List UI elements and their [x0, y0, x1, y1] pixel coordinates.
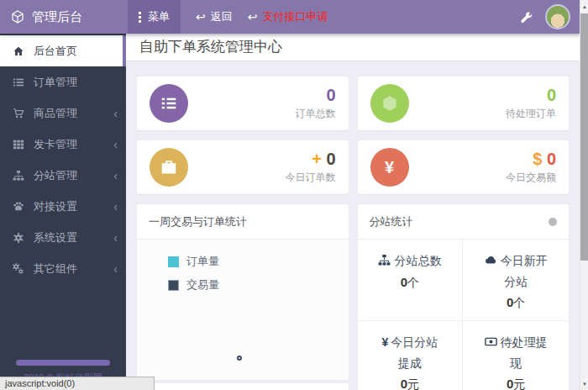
- chart-area: 订单量 交易量: [137, 240, 349, 380]
- stat-card-today-orders: + 0 今日订单数: [137, 140, 349, 194]
- chevron-left-icon: [113, 139, 118, 150]
- substation-cell-unit: 个: [407, 276, 419, 289]
- stat-label: 今日订单数: [286, 171, 336, 185]
- stat-card-pending-orders: 0 待处理订单: [358, 76, 570, 130]
- wrench-icon[interactable]: [520, 11, 533, 24]
- list-ol-icon: [150, 84, 188, 123]
- stat-value: 0: [506, 86, 556, 104]
- page-header: 自助下单系统管理中心: [126, 34, 580, 61]
- reply-arrow-icon: ↩: [196, 11, 206, 23]
- substation-grid: 分站总数 0个 今日新开分站 0个 今日分站提成 0元 待处理提现 0元: [358, 240, 570, 390]
- page-title: 自助下单系统管理中心: [139, 39, 566, 55]
- money-bill-icon: [485, 335, 497, 348]
- chevron-left-icon: [113, 263, 118, 275]
- stat-card-today-volume: $ 0 今日交易额: [358, 140, 570, 194]
- browser-scrollbar[interactable]: ▲ ▼: [580, 0, 588, 390]
- sidebar-item-components[interactable]: 其它组件: [0, 253, 126, 284]
- sitemap-icon: [378, 254, 391, 266]
- sitemap-icon: [13, 170, 24, 182]
- yen-icon: [381, 335, 388, 349]
- hexagon-icon: [370, 84, 409, 123]
- sidebar-item-label: 商品管理: [34, 106, 77, 121]
- home-icon: [13, 45, 24, 57]
- legend-label: 订单量: [186, 254, 219, 269]
- sidebar-item-label: 对接设置: [34, 199, 77, 214]
- chevron-left-icon: [113, 232, 118, 244]
- substation-panel: 分站统计 分站总数 0个 今日新开分站 0个 今日分站提成 0元: [358, 204, 570, 390]
- payment-api-link[interactable]: ↩ 支付接口申请: [248, 9, 328, 24]
- content-grid: 0 订单总数 0 待处理订单 + 0 今日订单数: [126, 61, 580, 390]
- sidebar-item-home[interactable]: 后台首页: [0, 35, 126, 66]
- substation-cell-value: 0: [401, 275, 407, 289]
- chevron-left-icon: [113, 170, 118, 182]
- substation-cell-new-today: 今日新开分站 0个: [463, 240, 569, 321]
- sidebar-item-cards[interactable]: 发卡管理: [0, 129, 126, 160]
- substation-cell-label: 分站总数: [394, 254, 441, 267]
- payment-api-label: 支付接口申请: [262, 9, 328, 24]
- stat-value: 0: [296, 86, 336, 104]
- substation-cell-label: 今日新开分站: [501, 254, 548, 288]
- topbar-right: [520, 4, 580, 29]
- substation-cell-commission: 今日分站提成 0元: [358, 321, 464, 390]
- legend-item-volume[interactable]: 交易量: [168, 277, 349, 292]
- substation-cell-withdrawals: 待处理提现 0元: [463, 321, 569, 390]
- stat-card-total-orders: 0 订单总数: [137, 76, 349, 130]
- stat-value: 0: [547, 150, 556, 168]
- sidebar-item-settings[interactable]: 系统设置: [0, 222, 126, 253]
- stat-label: 待处理订单: [506, 107, 556, 121]
- scrollbar-thumb[interactable]: [580, 13, 588, 261]
- back-link[interactable]: ↩ 返回: [196, 9, 233, 24]
- user-avatar[interactable]: [545, 4, 570, 29]
- chart-panel-title: 一周交易与订单统计: [149, 214, 247, 229]
- app-brand[interactable]: 管理后台: [0, 9, 126, 25]
- weekly-chart-panel: 一周交易与订单统计 订单量 交易量: [137, 204, 349, 377]
- legend-swatch-cyan: [168, 256, 179, 267]
- sidebar-item-label: 其它组件: [34, 261, 77, 277]
- sidebar: 后台首页 订单管理 商品管理 发卡管理 分站管理 对接设置 系统设置: [0, 34, 126, 390]
- sidebar-item-products[interactable]: 商品管理: [0, 98, 126, 129]
- scroll-down-arrow-icon[interactable]: ▼: [580, 377, 588, 390]
- stat-value-prefix: $: [533, 150, 542, 168]
- legend-item-orders[interactable]: 订单量: [168, 254, 349, 269]
- sidebar-item-label: 系统设置: [34, 230, 77, 245]
- sidebar-item-label: 分站管理: [34, 168, 77, 183]
- sidebar-item-label: 订单管理: [34, 75, 77, 90]
- substation-cell-unit: 个: [513, 296, 525, 309]
- substation-cell-label: 今日分站提成: [391, 335, 438, 370]
- substation-cell-unit: 元: [407, 377, 419, 390]
- grid-icon: [13, 139, 24, 150]
- sidebar-item-substations[interactable]: 分站管理: [0, 160, 126, 191]
- left-column: 一周交易与订单统计 订单量 交易量: [137, 204, 349, 390]
- next-panel-edge: [137, 383, 349, 390]
- right-column: 分站统计 分站总数 0个 今日新开分站 0个 今日分站提成 0元: [358, 204, 570, 390]
- back-link-label: 返回: [211, 9, 233, 24]
- sidebar-nav: 后台首页 订单管理 商品管理 发卡管理 分站管理 对接设置 系统设置: [0, 35, 126, 284]
- yen-icon: [370, 148, 409, 187]
- list-icon: [13, 76, 24, 88]
- substation-cell-value: 0: [401, 377, 407, 390]
- chart-legend: 订单量 交易量: [137, 240, 349, 292]
- briefcase-icon: [150, 148, 188, 187]
- sidebar-item-orders[interactable]: 订单管理: [0, 66, 126, 98]
- substation-cell-label: 待处理提现: [501, 335, 548, 370]
- chart-point-marker: [237, 356, 242, 361]
- cube-icon: [11, 10, 24, 24]
- stat-label: 今日交易额: [506, 171, 556, 185]
- legend-label: 交易量: [186, 277, 219, 292]
- stat-value-prefix: +: [312, 150, 322, 168]
- menu-button[interactable]: 菜单: [128, 0, 181, 34]
- sidebar-item-integrations[interactable]: 对接设置: [0, 191, 126, 222]
- reply-arrow-icon: ↩: [248, 11, 258, 23]
- cloud-icon: [485, 254, 497, 266]
- stat-value: 0: [326, 150, 335, 168]
- stat-label: 订单总数: [296, 107, 336, 121]
- cogs-icon: [13, 263, 24, 275]
- main-area: 自助下单系统管理中心 0 订单总数 0 待处理订单: [126, 34, 580, 390]
- gear-icon: [13, 232, 24, 244]
- sidebar-toggle-pill[interactable]: [16, 360, 110, 366]
- menu-button-label: 菜单: [148, 9, 170, 24]
- panel-options-dot[interactable]: [549, 218, 557, 226]
- substation-panel-title: 分站统计: [370, 214, 413, 229]
- cart-icon: [13, 108, 24, 119]
- scroll-up-arrow-icon[interactable]: ▲: [580, 0, 588, 13]
